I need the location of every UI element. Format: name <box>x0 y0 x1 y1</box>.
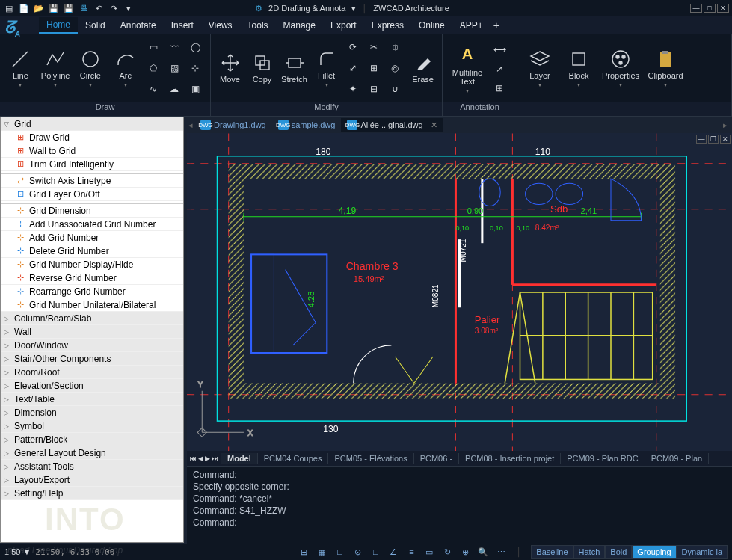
dyn-icon[interactable]: ⊕ <box>458 545 473 559</box>
tree-section[interactable]: ▷Wall <box>1 325 183 339</box>
layer-button[interactable]: Layer▾ <box>522 40 558 98</box>
tree-section[interactable]: ▷Assistant Tools <box>1 460 183 473</box>
drawing-canvas[interactable]: — ❐ ✕ <box>187 133 732 452</box>
tab-scroll-left[interactable]: ◂ <box>187 120 194 130</box>
close-button[interactable]: ✕ <box>717 4 729 13</box>
mtext-button[interactable]: A Multiline Text▾ <box>447 40 488 98</box>
block-button[interactable]: Block▾ <box>561 40 597 98</box>
circle-button[interactable]: Circle▾ <box>75 40 107 98</box>
line-button[interactable]: Line▾ <box>4 40 37 98</box>
tree-section[interactable]: ▷Text/Table <box>1 393 183 406</box>
dimension-icon[interactable]: ⟷ <box>490 40 508 58</box>
copy-button[interactable]: Copy <box>247 40 277 98</box>
erase-button[interactable]: Erase <box>408 40 437 98</box>
tree-item[interactable]: ⊞Wall to Grid <box>1 144 183 158</box>
rotate-icon[interactable]: ⟳ <box>344 38 362 56</box>
tree-item[interactable]: ⊡Grid Layer On/Off <box>1 188 183 201</box>
more-icon[interactable]: ⋯ <box>493 545 508 559</box>
status-textbtn[interactable]: Hatch <box>573 545 606 559</box>
model-icon[interactable]: ▭ <box>422 545 437 559</box>
scale-icon[interactable]: ⤢ <box>344 59 362 77</box>
leader-icon[interactable]: ↗ <box>490 60 508 78</box>
otrack-icon[interactable]: ∠ <box>386 545 401 559</box>
saveas-icon[interactable]: 💾 <box>63 2 75 14</box>
tree-section[interactable]: ▷Pattern/Block <box>1 433 183 446</box>
tab-insert[interactable]: Insert <box>164 18 201 33</box>
tree-section[interactable]: ▷Dimension <box>1 406 183 419</box>
hatch-icon[interactable]: ▨ <box>165 59 183 77</box>
layout-next-icon[interactable]: ▶ <box>205 455 210 462</box>
workspace-gear-icon[interactable]: ⚙ <box>255 4 262 13</box>
tab-express[interactable]: Express <box>364 18 411 33</box>
magnifier-icon[interactable]: 🔍 <box>476 545 490 559</box>
workspace-name[interactable]: 2D Drafting & Annota <box>268 4 345 13</box>
osnap-icon[interactable]: □ <box>368 545 383 559</box>
grid-icon[interactable]: ▦ <box>314 545 329 559</box>
trim-icon[interactable]: ✂ <box>365 38 383 56</box>
tree-item[interactable]: ⊹Add Grid Number <box>1 231 183 244</box>
tree-item[interactable]: ⊞Trim Gird Intelligently <box>1 158 183 171</box>
tree-section[interactable]: ▷Setting/Help <box>1 487 183 500</box>
layout-first-icon[interactable]: ⏮ <box>190 455 197 462</box>
tree-section[interactable]: ▷Room/Roof <box>1 366 183 379</box>
revcloud-icon[interactable]: ☁ <box>165 80 183 98</box>
tree-item[interactable]: ⊹Reverse Grid Number <box>1 271 183 285</box>
tab-manage[interactable]: Manage <box>276 18 323 33</box>
polar-icon[interactable]: ⊙ <box>350 545 365 559</box>
tree-item[interactable]: ⊹Add Unassociated Grid Number <box>1 218 183 231</box>
command-window[interactable]: Command:Specify opposite corner:Command:… <box>187 466 732 544</box>
layout-tab[interactable]: PCM08 - Insertion projet <box>459 453 561 464</box>
layout-tab[interactable]: PCM06 - <box>414 453 459 464</box>
arc-button[interactable]: Arc▾ <box>109 40 141 98</box>
join-icon[interactable]: ∪ <box>386 80 404 98</box>
status-textbtn[interactable]: Baseline <box>531 545 573 559</box>
point-icon[interactable]: ⊹ <box>186 59 204 77</box>
tab-annotate[interactable]: Annotate <box>113 18 164 33</box>
tab-export[interactable]: Export <box>323 18 364 33</box>
drawing-tab[interactable]: DWGDrawing1.dwg <box>194 118 272 132</box>
tree-section[interactable]: ▷Elevation/Section <box>1 379 183 393</box>
tree-header-grid[interactable]: ▽Grid <box>1 117 183 131</box>
helix-icon[interactable]: ∿ <box>144 80 162 98</box>
tree-section[interactable]: ▷Stair/Other Components <box>1 352 183 366</box>
open-icon[interactable]: 📂 <box>33 2 45 14</box>
layout-tab[interactable]: PCM09 - Plan RDC <box>561 453 645 464</box>
new-icon[interactable]: 📄 <box>18 2 30 14</box>
tab-home[interactable]: Home <box>39 17 78 34</box>
region-icon[interactable]: ▣ <box>186 80 204 98</box>
layout-tab[interactable]: Model <box>221 453 258 464</box>
qat-dropdown-icon[interactable]: ▾ <box>123 2 135 14</box>
tab-app[interactable]: APP+ <box>452 18 490 33</box>
add-tab-button[interactable]: + <box>493 19 499 31</box>
tab-tools[interactable]: Tools <box>240 18 276 33</box>
menu-icon[interactable]: ▤ <box>3 2 15 14</box>
redo-icon[interactable]: ↷ <box>108 2 120 14</box>
tree-item[interactable]: ⊹Grid Dimension <box>1 204 183 218</box>
layout-tab[interactable]: PCM04 Coupes <box>258 453 329 464</box>
close-tab-icon[interactable]: ✕ <box>431 120 437 130</box>
plot-icon[interactable]: 🖶 <box>78 2 90 14</box>
snap-icon[interactable]: ⊞ <box>296 545 311 559</box>
tab-views[interactable]: Views <box>201 18 240 33</box>
workspace-dropdown-icon[interactable]: ▾ <box>351 4 356 13</box>
scale-control[interactable]: 1:50 ▼ <box>4 547 31 556</box>
save-icon[interactable]: 💾 <box>48 2 60 14</box>
explode-icon[interactable]: ✦ <box>344 80 362 98</box>
layout-last-icon[interactable]: ⏭ <box>212 455 218 462</box>
tab-solid[interactable]: Solid <box>78 18 113 33</box>
tree-item[interactable]: ⊹Grid Number Display/Hide <box>1 258 183 271</box>
offset-icon[interactable]: ◎ <box>386 59 404 77</box>
tree-item[interactable]: ⇄Switch Axis Linetype <box>1 174 183 188</box>
tree-item[interactable]: ⊹Delete Grid Number <box>1 244 183 258</box>
layout-tab[interactable]: PCM05 - Elévations <box>328 453 413 464</box>
stretch-button[interactable]: Stretch <box>280 40 309 98</box>
tab-online[interactable]: Online <box>411 18 452 33</box>
tree-section[interactable]: ▷Layout/Export <box>1 473 183 487</box>
status-textbtn[interactable]: Grouping <box>632 545 676 559</box>
rect-icon[interactable]: ▭ <box>144 38 162 56</box>
table-icon[interactable]: ⊞ <box>490 79 508 97</box>
cycle-icon[interactable]: ↻ <box>440 545 455 559</box>
move-button[interactable]: Move <box>215 40 244 98</box>
tree-section[interactable]: ▷General Layout Design <box>1 446 183 460</box>
polyline-button[interactable]: Polyline▾ <box>40 40 72 98</box>
